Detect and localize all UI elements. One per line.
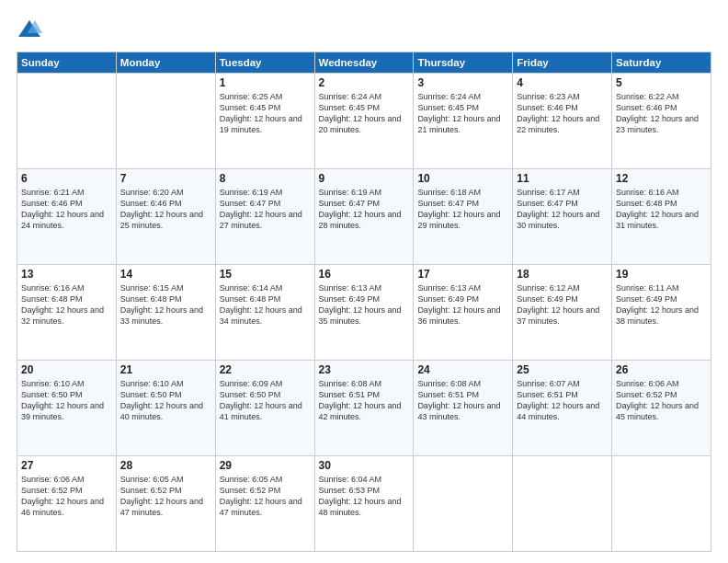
day-number: 7 (120, 172, 211, 185)
day-number: 25 (517, 363, 608, 376)
calendar-cell: 6Sunrise: 6:21 AM Sunset: 6:46 PM Daylig… (17, 169, 117, 265)
day-info: Sunrise: 6:25 AM Sunset: 6:45 PM Dayligh… (220, 91, 311, 136)
day-info: Sunrise: 6:19 AM Sunset: 6:47 PM Dayligh… (319, 187, 410, 232)
day-info: Sunrise: 6:11 AM Sunset: 6:49 PM Dayligh… (616, 282, 707, 327)
weekday-header-saturday: Saturday (612, 52, 711, 74)
calendar-cell (116, 74, 215, 169)
calendar-cell (612, 456, 711, 552)
day-number: 27 (21, 459, 112, 472)
calendar-cell: 21Sunrise: 6:10 AM Sunset: 6:50 PM Dayli… (116, 361, 215, 456)
day-number: 5 (616, 76, 707, 89)
day-number: 12 (616, 172, 707, 185)
calendar-table: SundayMondayTuesdayWednesdayThursdayFrid… (17, 52, 711, 552)
day-info: Sunrise: 6:04 AM Sunset: 6:53 PM Dayligh… (319, 474, 410, 519)
day-number: 16 (319, 268, 410, 281)
calendar-cell (414, 456, 513, 552)
day-number: 4 (517, 76, 608, 89)
day-info: Sunrise: 6:21 AM Sunset: 6:46 PM Dayligh… (21, 187, 112, 232)
calendar-cell: 25Sunrise: 6:07 AM Sunset: 6:51 PM Dayli… (513, 361, 612, 456)
day-number: 29 (220, 459, 311, 472)
day-info: Sunrise: 6:16 AM Sunset: 6:48 PM Dayligh… (616, 187, 707, 232)
calendar-cell: 8Sunrise: 6:19 AM Sunset: 6:47 PM Daylig… (215, 169, 314, 265)
calendar-cell (513, 456, 612, 552)
calendar-cell: 22Sunrise: 6:09 AM Sunset: 6:50 PM Dayli… (215, 361, 314, 456)
day-info: Sunrise: 6:16 AM Sunset: 6:48 PM Dayligh… (21, 282, 112, 327)
calendar-cell: 16Sunrise: 6:13 AM Sunset: 6:49 PM Dayli… (314, 265, 414, 361)
calendar-cell: 1Sunrise: 6:25 AM Sunset: 6:45 PM Daylig… (215, 74, 314, 169)
logo (17, 17, 46, 42)
day-info: Sunrise: 6:13 AM Sunset: 6:49 PM Dayligh… (417, 282, 508, 327)
calendar-cell: 7Sunrise: 6:20 AM Sunset: 6:46 PM Daylig… (116, 169, 215, 265)
day-info: Sunrise: 6:23 AM Sunset: 6:46 PM Dayligh… (517, 91, 608, 136)
day-info: Sunrise: 6:15 AM Sunset: 6:48 PM Dayligh… (120, 282, 211, 327)
day-number: 14 (120, 268, 211, 281)
day-number: 13 (21, 268, 112, 281)
day-number: 17 (417, 268, 508, 281)
calendar-week-1: 1Sunrise: 6:25 AM Sunset: 6:45 PM Daylig… (17, 74, 711, 169)
calendar-cell: 12Sunrise: 6:16 AM Sunset: 6:48 PM Dayli… (612, 169, 711, 265)
day-number: 22 (220, 363, 311, 376)
day-info: Sunrise: 6:24 AM Sunset: 6:45 PM Dayligh… (417, 91, 508, 136)
day-info: Sunrise: 6:06 AM Sunset: 6:52 PM Dayligh… (616, 378, 707, 423)
calendar-cell: 4Sunrise: 6:23 AM Sunset: 6:46 PM Daylig… (513, 74, 612, 169)
day-info: Sunrise: 6:08 AM Sunset: 6:51 PM Dayligh… (319, 378, 410, 423)
day-number: 9 (319, 172, 410, 185)
calendar-week-3: 13Sunrise: 6:16 AM Sunset: 6:48 PM Dayli… (17, 265, 711, 361)
calendar-cell: 2Sunrise: 6:24 AM Sunset: 6:45 PM Daylig… (314, 74, 414, 169)
day-number: 6 (21, 172, 112, 185)
day-info: Sunrise: 6:09 AM Sunset: 6:50 PM Dayligh… (220, 378, 311, 423)
day-number: 8 (220, 172, 311, 185)
day-info: Sunrise: 6:13 AM Sunset: 6:49 PM Dayligh… (319, 282, 410, 327)
calendar-cell: 20Sunrise: 6:10 AM Sunset: 6:50 PM Dayli… (17, 361, 117, 456)
calendar-cell: 24Sunrise: 6:08 AM Sunset: 6:51 PM Dayli… (414, 361, 513, 456)
calendar-cell: 27Sunrise: 6:06 AM Sunset: 6:52 PM Dayli… (17, 456, 117, 552)
day-number: 10 (417, 172, 508, 185)
weekday-header-thursday: Thursday (414, 52, 513, 74)
calendar-week-4: 20Sunrise: 6:10 AM Sunset: 6:50 PM Dayli… (17, 361, 711, 456)
calendar-cell: 19Sunrise: 6:11 AM Sunset: 6:49 PM Dayli… (612, 265, 711, 361)
calendar-cell: 5Sunrise: 6:22 AM Sunset: 6:46 PM Daylig… (612, 74, 711, 169)
weekday-header-tuesday: Tuesday (215, 52, 314, 74)
calendar-header-row: SundayMondayTuesdayWednesdayThursdayFrid… (17, 52, 711, 74)
day-number: 26 (616, 363, 707, 376)
header (17, 17, 711, 42)
weekday-header-wednesday: Wednesday (314, 52, 414, 74)
calendar-cell: 23Sunrise: 6:08 AM Sunset: 6:51 PM Dayli… (314, 361, 414, 456)
calendar-week-2: 6Sunrise: 6:21 AM Sunset: 6:46 PM Daylig… (17, 169, 711, 265)
day-number: 23 (319, 363, 410, 376)
day-number: 11 (517, 172, 608, 185)
calendar-cell: 26Sunrise: 6:06 AM Sunset: 6:52 PM Dayli… (612, 361, 711, 456)
day-number: 21 (120, 363, 211, 376)
weekday-header-friday: Friday (513, 52, 612, 74)
day-info: Sunrise: 6:17 AM Sunset: 6:47 PM Dayligh… (517, 187, 608, 232)
calendar-cell (17, 74, 117, 169)
day-info: Sunrise: 6:10 AM Sunset: 6:50 PM Dayligh… (120, 378, 211, 423)
day-info: Sunrise: 6:19 AM Sunset: 6:47 PM Dayligh… (220, 187, 311, 232)
day-info: Sunrise: 6:06 AM Sunset: 6:52 PM Dayligh… (21, 474, 112, 519)
day-number: 18 (517, 268, 608, 281)
weekday-header-sunday: Sunday (17, 52, 117, 74)
day-info: Sunrise: 6:22 AM Sunset: 6:46 PM Dayligh… (616, 91, 707, 136)
logo-icon (17, 17, 42, 42)
calendar-cell: 10Sunrise: 6:18 AM Sunset: 6:47 PM Dayli… (414, 169, 513, 265)
page: SundayMondayTuesdayWednesdayThursdayFrid… (0, 0, 728, 563)
day-number: 30 (319, 459, 410, 472)
day-number: 3 (417, 76, 508, 89)
day-info: Sunrise: 6:05 AM Sunset: 6:52 PM Dayligh… (120, 474, 211, 519)
calendar-week-5: 27Sunrise: 6:06 AM Sunset: 6:52 PM Dayli… (17, 456, 711, 552)
day-info: Sunrise: 6:08 AM Sunset: 6:51 PM Dayligh… (417, 378, 508, 423)
calendar-cell: 29Sunrise: 6:05 AM Sunset: 6:52 PM Dayli… (215, 456, 314, 552)
calendar-cell: 28Sunrise: 6:05 AM Sunset: 6:52 PM Dayli… (116, 456, 215, 552)
weekday-header-monday: Monday (116, 52, 215, 74)
calendar-cell: 17Sunrise: 6:13 AM Sunset: 6:49 PM Dayli… (414, 265, 513, 361)
calendar-cell: 11Sunrise: 6:17 AM Sunset: 6:47 PM Dayli… (513, 169, 612, 265)
day-info: Sunrise: 6:24 AM Sunset: 6:45 PM Dayligh… (319, 91, 410, 136)
calendar-cell: 13Sunrise: 6:16 AM Sunset: 6:48 PM Dayli… (17, 265, 117, 361)
calendar-cell: 15Sunrise: 6:14 AM Sunset: 6:48 PM Dayli… (215, 265, 314, 361)
calendar-cell: 18Sunrise: 6:12 AM Sunset: 6:49 PM Dayli… (513, 265, 612, 361)
day-info: Sunrise: 6:14 AM Sunset: 6:48 PM Dayligh… (220, 282, 311, 327)
calendar-cell: 30Sunrise: 6:04 AM Sunset: 6:53 PM Dayli… (314, 456, 414, 552)
day-info: Sunrise: 6:07 AM Sunset: 6:51 PM Dayligh… (517, 378, 608, 423)
calendar-cell: 9Sunrise: 6:19 AM Sunset: 6:47 PM Daylig… (314, 169, 414, 265)
day-info: Sunrise: 6:20 AM Sunset: 6:46 PM Dayligh… (120, 187, 211, 232)
